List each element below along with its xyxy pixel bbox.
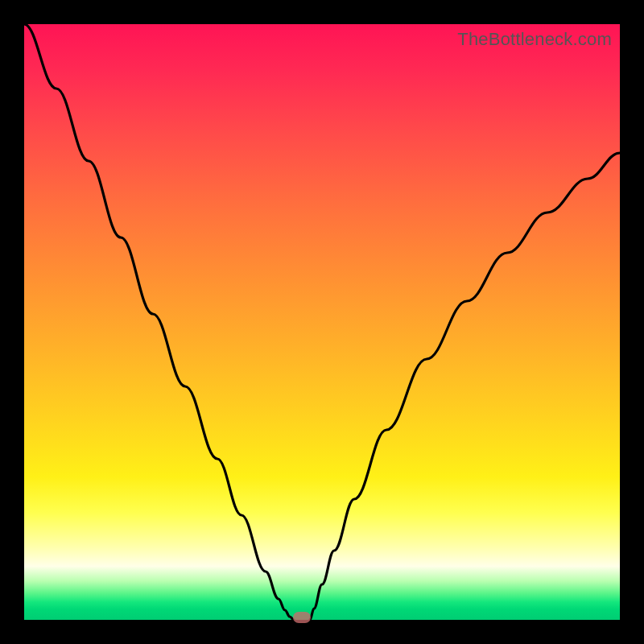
plot-area: TheBottleneck.com bbox=[24, 24, 620, 620]
bottleneck-curve bbox=[24, 24, 620, 620]
curve-left-branch bbox=[24, 24, 294, 620]
curve-right-branch bbox=[310, 153, 620, 620]
bottleneck-marker bbox=[293, 612, 311, 623]
